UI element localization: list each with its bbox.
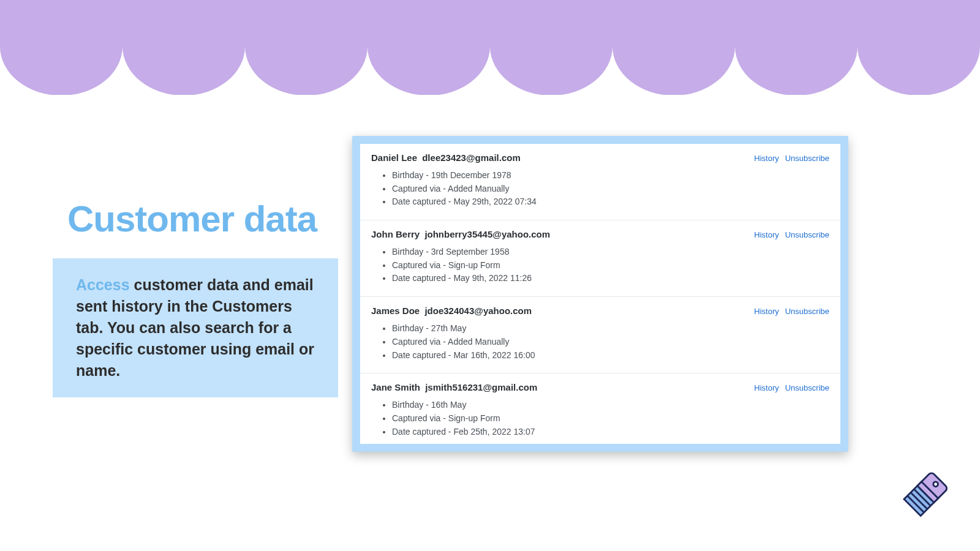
unsubscribe-link[interactable]: Unsubscribe	[785, 383, 829, 392]
customer-row: Daniel Lee dlee23423@gmail.com History U…	[360, 144, 840, 220]
customer-date-captured: Date captured - Feb 25th, 2022 13:07	[392, 425, 829, 439]
description-box: Access customer data and email sent hist…	[53, 258, 338, 397]
customer-date-captured: Date captured - Mar 16th, 2022 16:00	[392, 349, 829, 362]
unsubscribe-link[interactable]: Unsubscribe	[785, 230, 829, 239]
customer-date-captured: Date captured - May 9th, 2022 11:26	[392, 272, 829, 285]
customer-row: James Doe jdoe324043@yahoo.com History U…	[360, 297, 840, 373]
unsubscribe-link[interactable]: Unsubscribe	[785, 307, 829, 316]
history-link[interactable]: History	[754, 307, 778, 316]
history-link[interactable]: History	[754, 154, 778, 163]
page-title: Customer data	[67, 198, 317, 240]
description-text: Access customer data and email sent hist…	[76, 274, 315, 381]
customer-birthday: Birthday - 16th May	[392, 399, 829, 412]
customer-email: dlee23423@gmail.com	[422, 152, 521, 163]
customer-date-captured: Date captured - May 29th, 2022 07:34	[392, 195, 829, 209]
customer-list: Daniel Lee dlee23423@gmail.com History U…	[360, 144, 840, 444]
customer-captured-via: Captured via - Added Manually	[392, 335, 829, 349]
customer-row: John Berry johnberry35445@yahoo.com Hist…	[360, 220, 840, 297]
customer-captured-via: Captured via - Added Manually	[392, 182, 829, 196]
price-tag-icon	[898, 471, 957, 530]
history-link[interactable]: History	[754, 230, 778, 239]
customer-name: John Berry	[371, 229, 420, 239]
customer-name: James Doe	[371, 305, 420, 316]
scallop-banner	[0, 0, 980, 95]
customer-email: jdoe324043@yahoo.com	[424, 305, 532, 316]
customer-panel: Daniel Lee dlee23423@gmail.com History U…	[352, 136, 848, 452]
customer-birthday: Birthday - 19th December 1978	[392, 169, 829, 182]
unsubscribe-link[interactable]: Unsubscribe	[785, 154, 829, 163]
customer-name: Jane Smith	[371, 382, 420, 392]
customer-row: Jane Smith jsmith516231@gmail.com Histor…	[360, 373, 840, 444]
customer-captured-via: Captured via - Sign-up Form	[392, 412, 829, 425]
customer-birthday: Birthday - 3rd September 1958	[392, 246, 829, 259]
customer-email: jsmith516231@gmail.com	[425, 382, 537, 392]
customer-name: Daniel Lee	[371, 152, 417, 163]
customer-email: johnberry35445@yahoo.com	[424, 229, 550, 239]
history-link[interactable]: History	[754, 383, 778, 392]
customer-captured-via: Captured via - Sign-up Form	[392, 259, 829, 272]
description-accent: Access	[76, 276, 130, 293]
customer-birthday: Birthday - 27th May	[392, 322, 829, 335]
